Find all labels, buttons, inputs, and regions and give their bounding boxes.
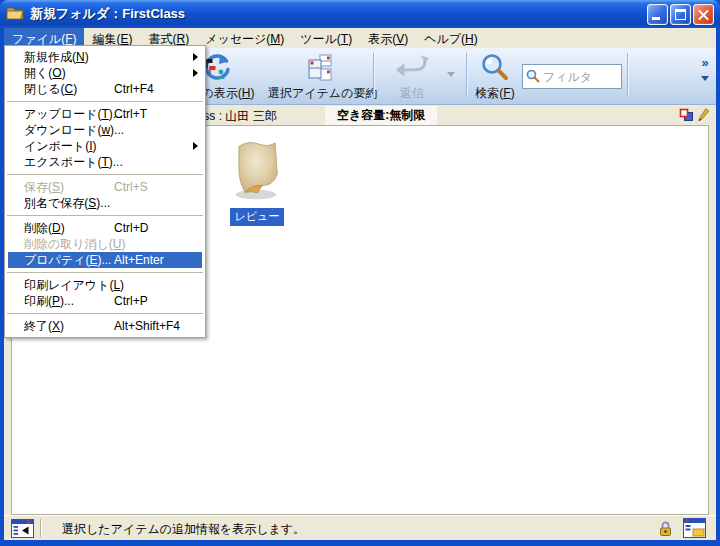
menu-item-export[interactable]: エクスポート(T)... — [5, 154, 205, 170]
reply-button[interactable]: 返信 — [382, 50, 442, 102]
submenu-arrow-icon — [193, 53, 198, 61]
search-button[interactable]: 検索(F) — [470, 50, 520, 102]
list-item-review[interactable]: レビュー — [212, 138, 302, 226]
app-window: 新規フォルダ：FirstClass ファイル(F)編集(E)書式(R)メッセージ… — [0, 0, 720, 546]
reply-dropdown-arrow-icon[interactable] — [447, 72, 455, 77]
summary-label: 選択アイテムの要約 — [268, 86, 370, 100]
menu-item-upload[interactable]: アップロード(T)... Ctrl+T — [5, 106, 205, 122]
window-frame: ファイル(F)編集(E)書式(R)メッセージ(M)ツール(T)表示(V)ヘルプ(… — [4, 28, 716, 540]
window-layout-icon[interactable] — [683, 518, 706, 541]
overflow-down-arrow-icon — [701, 76, 709, 81]
menu-item-close[interactable]: 閉じる(C) Ctrl+F4 — [5, 81, 205, 97]
menu-separator — [7, 313, 203, 314]
menu-item-delete[interactable]: 削除(D) Ctrl+D — [5, 220, 205, 236]
toggle-pane-icon[interactable] — [11, 519, 34, 541]
filter-magnifier-icon — [526, 69, 540, 87]
menu-item-undelete[interactable]: 削除の取り消し(U) — [5, 236, 205, 252]
overflow-chevron-icon: » — [694, 56, 716, 70]
statusbar-separator — [40, 519, 41, 537]
menu-item-properties[interactable]: プロパティ(E)... Alt+Enter — [8, 252, 202, 268]
toolbar-separator — [627, 53, 628, 97]
submenu-arrow-icon — [193, 69, 198, 77]
reply-label: 返信 — [382, 86, 442, 100]
menu-item-open[interactable]: 開く(O) — [5, 65, 205, 81]
menu-item-save[interactable]: 保存(S) Ctrl+S — [5, 179, 205, 195]
summary-icon — [268, 50, 370, 86]
summary-button[interactable]: 選択アイテムの要約 — [268, 50, 370, 102]
menu-item-print[interactable]: 印刷(P)... Ctrl+P — [5, 293, 205, 309]
menu-item-exit[interactable]: 終了(X) Alt+Shift+F4 — [5, 318, 205, 334]
status-bar: 選択したアイテムの追加情報を表示します。 — [4, 515, 716, 540]
folder-icon — [6, 5, 24, 24]
submenu-arrow-icon — [193, 142, 198, 150]
menu-item-print-layout[interactable]: 印刷レイアウト(L) — [5, 277, 205, 293]
menu-separator — [7, 101, 203, 102]
title-bar: 新規フォルダ：FirstClass — [0, 0, 720, 28]
menu-item-new[interactable]: 新規作成(N) — [5, 49, 205, 65]
menu-separator — [7, 272, 203, 273]
toolbar-separator — [466, 53, 467, 97]
menu-separator — [7, 174, 203, 175]
close-button[interactable] — [693, 4, 714, 25]
menu-separator — [7, 215, 203, 216]
items-flag-icon — [679, 108, 694, 125]
toolbar-overflow-button[interactable]: » — [694, 56, 716, 96]
menu-item-save-as[interactable]: 別名で保存(S)... — [5, 195, 205, 211]
search-label: 検索(F) — [470, 86, 520, 100]
file-menu-popup: 新規作成(N) 開く(O) 閉じる(C) Ctrl+F4 アップロード(T)..… — [4, 45, 206, 338]
page-title: 新規フォルダ：FirstClass — [30, 5, 645, 23]
menu-item-download[interactable]: ダウンロード(w)... — [5, 122, 205, 138]
filter-field — [522, 64, 622, 89]
item-label: レビュー — [230, 208, 285, 226]
search-icon — [470, 50, 520, 86]
document-icon — [227, 188, 287, 205]
maximize-button[interactable] — [670, 4, 691, 25]
reply-icon — [382, 50, 442, 86]
edit-pencil-icon — [698, 107, 710, 125]
minimize-button[interactable] — [647, 4, 668, 25]
toolbar-separator — [373, 53, 374, 97]
menu-item-import[interactable]: インポート(I) — [5, 138, 205, 154]
lock-icon[interactable] — [658, 520, 673, 540]
status-message: 選択したアイテムの追加情報を表示します。 — [62, 521, 305, 538]
capacity-label: 空き容量:無制限 — [325, 106, 437, 126]
